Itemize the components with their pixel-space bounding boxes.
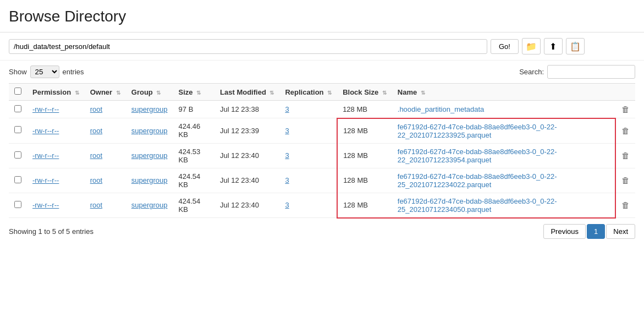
select-all-checkbox[interactable] [14, 88, 21, 95]
replication-link[interactable]: 3 [285, 151, 289, 160]
show-label: Show [9, 68, 27, 76]
row-checkbox[interactable] [14, 105, 21, 112]
name-link[interactable]: fe67192d-627d-47ce-bdab-88ae8df6eeb3-0_0… [398, 172, 557, 189]
lastmod-cell: Jul 12 23:40 [214, 193, 279, 218]
sort-group-icon: ⇅ [156, 90, 161, 96]
sort-size-icon: ⇅ [196, 90, 201, 96]
blocksize-cell: 128 MB [337, 118, 392, 144]
select-all-header [9, 84, 27, 101]
delete-icon[interactable]: 🗑 [621, 105, 630, 114]
next-button[interactable]: Next [606, 224, 635, 239]
replication-link[interactable]: 3 [285, 201, 289, 209]
show-entries-control: Show 10 25 50 100 entries [9, 66, 84, 78]
delete-icon[interactable]: 🗑 [621, 151, 630, 160]
th-actions [615, 84, 635, 101]
pagination-buttons: Previous 1 Next [543, 224, 635, 239]
th-size[interactable]: Size ⇅ [173, 84, 215, 101]
entries-label: entries [63, 68, 84, 76]
name-link[interactable]: fe67192d-627d-47ce-bdab-88ae8df6eeb3-0_0… [398, 197, 557, 214]
blocksize-cell: 128 MB [337, 168, 392, 193]
size-cell: 424.54 KB [173, 168, 215, 193]
permission-link[interactable]: -rw-r--r-- [32, 201, 59, 209]
table-header-row: Permission ⇅ Owner ⇅ Group ⇅ Size ⇅ Last… [9, 84, 635, 101]
go-button[interactable]: Go! [491, 39, 519, 54]
row-checkbox[interactable] [14, 176, 21, 183]
th-owner[interactable]: Owner ⇅ [85, 84, 126, 101]
delete-icon[interactable]: 🗑 [621, 200, 630, 210]
group-link[interactable]: supergroup [131, 105, 168, 113]
th-block-size[interactable]: Block Size ⇅ [337, 84, 392, 101]
owner-link[interactable]: root [90, 176, 102, 184]
size-cell: 424.46 KB [173, 118, 215, 144]
lastmod-cell: Jul 12 23:40 [214, 143, 279, 168]
page-1-button[interactable]: 1 [587, 224, 605, 239]
folder-icon: 📁 [526, 41, 537, 52]
th-permission[interactable]: Permission ⇅ [27, 84, 85, 101]
search-input[interactable] [547, 65, 635, 79]
th-group[interactable]: Group ⇅ [126, 84, 173, 101]
table-row: -rw-r--r--rootsupergroup97 BJul 12 23:38… [9, 101, 635, 118]
sort-lastmod-icon: ⇅ [269, 90, 274, 96]
permission-link[interactable]: -rw-r--r-- [32, 127, 59, 135]
group-link[interactable]: supergroup [131, 151, 168, 160]
previous-button[interactable]: Previous [543, 224, 586, 239]
delete-icon[interactable]: 🗑 [621, 176, 630, 185]
pagination-bar: Showing 1 to 5 of 5 entries Previous 1 N… [0, 219, 644, 244]
lastmod-cell: Jul 12 23:38 [214, 101, 279, 118]
row-checkbox[interactable] [14, 151, 21, 159]
size-cell: 424.53 KB [173, 143, 215, 168]
row-checkbox[interactable] [14, 126, 21, 133]
upload-icon: ⬆ [549, 41, 557, 52]
owner-link[interactable]: root [90, 105, 102, 113]
upload-button[interactable]: ⬆ [544, 38, 563, 54]
owner-link[interactable]: root [90, 201, 102, 209]
size-cell: 97 B [173, 101, 215, 118]
group-link[interactable]: supergroup [131, 127, 168, 135]
group-link[interactable]: supergroup [131, 176, 168, 184]
table-row: -rw-r--r--rootsupergroup424.54 KBJul 12 … [9, 193, 635, 218]
size-cell: 424.54 KB [173, 193, 215, 218]
path-input[interactable] [9, 39, 487, 54]
owner-link[interactable]: root [90, 127, 102, 135]
table-row: -rw-r--r--rootsupergroup424.46 KBJul 12 … [9, 118, 635, 144]
file-icon: 📋 [570, 41, 581, 52]
sort-name-icon: ⇅ [421, 90, 425, 96]
sort-permission-icon: ⇅ [75, 90, 79, 96]
page-title: Browse Directory [9, 8, 635, 25]
page-header: Browse Directory [0, 0, 644, 32]
blocksize-cell: 128 MB [337, 143, 392, 168]
th-name[interactable]: Name ⇅ [392, 84, 615, 101]
sort-blocksize-icon: ⇅ [382, 90, 387, 96]
replication-link[interactable]: 3 [285, 127, 289, 135]
row-checkbox[interactable] [14, 201, 21, 208]
entries-select[interactable]: 10 25 50 100 [30, 66, 59, 78]
data-table: Permission ⇅ Owner ⇅ Group ⇅ Size ⇅ Last… [9, 83, 635, 219]
replication-link[interactable]: 3 [285, 176, 289, 184]
table-wrapper: Permission ⇅ Owner ⇅ Group ⇅ Size ⇅ Last… [0, 83, 644, 219]
replication-link[interactable]: 3 [285, 105, 289, 113]
name-link[interactable]: .hoodie_partition_metadata [398, 105, 485, 113]
th-replication[interactable]: Replication ⇅ [279, 84, 337, 101]
owner-link[interactable]: root [90, 151, 102, 160]
name-link[interactable]: fe67192d-627d-47ce-bdab-88ae8df6eeb3-0_0… [398, 148, 557, 164]
permission-link[interactable]: -rw-r--r-- [32, 176, 59, 184]
group-link[interactable]: supergroup [131, 201, 168, 209]
folder-button[interactable]: 📁 [522, 38, 541, 54]
file-button[interactable]: 📋 [566, 38, 585, 54]
sort-owner-icon: ⇅ [116, 90, 120, 96]
blocksize-cell: 128 MB [337, 193, 392, 218]
permission-link[interactable]: -rw-r--r-- [32, 151, 59, 160]
pagination-info: Showing 1 to 5 of 5 entries [9, 227, 93, 236]
lastmod-cell: Jul 12 23:40 [214, 168, 279, 193]
name-link[interactable]: fe67192d-627d-47ce-bdab-88ae8df6eeb3-0_0… [398, 123, 557, 139]
th-last-modified[interactable]: Last Modified ⇅ [214, 84, 279, 101]
table-controls: Show 10 25 50 100 entries Search: [0, 61, 644, 83]
toolbar: Go! 📁 ⬆ 📋 [0, 32, 644, 61]
search-area: Search: [519, 65, 635, 79]
blocksize-cell: 128 MB [337, 101, 392, 118]
delete-icon[interactable]: 🗑 [621, 126, 630, 135]
sort-replication-icon: ⇅ [327, 90, 332, 96]
search-label: Search: [519, 68, 544, 76]
lastmod-cell: Jul 12 23:39 [214, 118, 279, 144]
permission-link[interactable]: -rw-r--r-- [32, 105, 59, 113]
